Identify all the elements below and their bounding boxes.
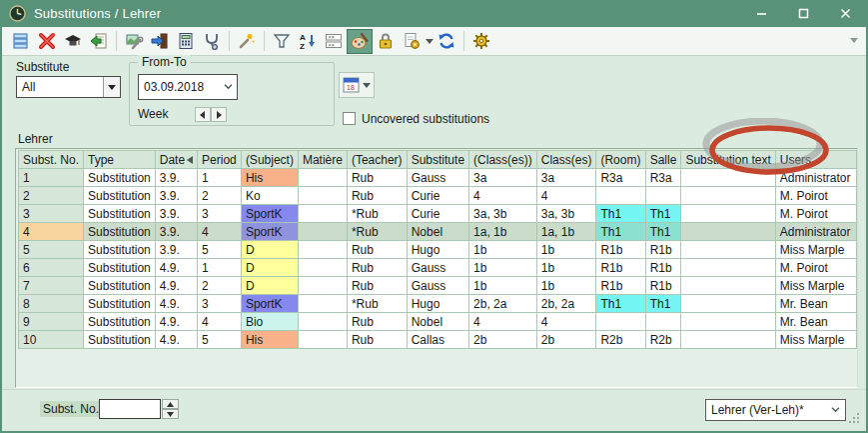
cell-cls2[interactable]: 1b — [536, 259, 596, 277]
cell-users[interactable]: Mr. Bean — [775, 295, 856, 313]
cell-cls1[interactable]: 2b, 2a — [469, 295, 537, 313]
cell-teacher[interactable]: *Rub — [347, 223, 407, 241]
cell-teacher[interactable]: Rub — [347, 331, 407, 349]
cell-cls2[interactable]: 4 — [536, 187, 596, 205]
cell-room2[interactable]: Th1 — [645, 223, 681, 241]
cell-users[interactable]: Administrator — [775, 223, 856, 241]
cell-room2[interactable] — [645, 187, 681, 205]
column-header[interactable]: Class(es) — [536, 151, 596, 169]
cell-room1[interactable] — [596, 187, 645, 205]
cell-teacher[interactable]: Rub — [347, 169, 407, 187]
cell-text[interactable] — [681, 277, 775, 295]
cell-text[interactable] — [681, 241, 775, 259]
column-header[interactable]: Users — [775, 151, 856, 169]
cell-no[interactable]: 5 — [19, 241, 84, 259]
cell-cls1[interactable]: 1b — [469, 241, 537, 259]
cell-matiere[interactable] — [298, 223, 347, 241]
cell-matiere[interactable] — [298, 241, 347, 259]
cell-cls2[interactable]: 3a — [536, 169, 596, 187]
column-header[interactable]: Subst. No. — [19, 151, 84, 169]
maximize-button[interactable] — [782, 0, 824, 27]
cell-date[interactable]: 3.9. — [155, 187, 197, 205]
colors-button[interactable] — [347, 29, 373, 54]
column-header[interactable]: Type — [84, 151, 156, 169]
cell-matiere[interactable] — [298, 169, 347, 187]
cell-room1[interactable]: R1b — [596, 241, 645, 259]
cell-substitute[interactable]: Nobel — [407, 223, 468, 241]
column-header[interactable]: Period — [198, 151, 242, 169]
cell-teacher[interactable]: Rub — [347, 259, 407, 277]
subst-no-input[interactable] — [99, 399, 161, 419]
column-header[interactable]: (Teacher) — [347, 151, 407, 169]
cell-date[interactable]: 3.9. — [155, 205, 197, 223]
cell-subject[interactable]: SportK — [241, 205, 298, 223]
column-header[interactable]: Substitution text — [681, 151, 775, 169]
cell-period[interactable]: 1 — [198, 259, 242, 277]
goto-window-button[interactable] — [147, 29, 173, 54]
cell-type[interactable]: Substitution — [84, 277, 156, 295]
cell-cls2[interactable]: 1b — [536, 277, 596, 295]
cell-subject[interactable]: D — [241, 259, 298, 277]
cell-text[interactable] — [681, 205, 775, 223]
week-back-button[interactable] — [195, 107, 211, 122]
cell-text[interactable] — [681, 187, 775, 205]
cell-period[interactable]: 5 — [198, 331, 242, 349]
cell-type[interactable]: Substitution — [84, 313, 156, 331]
view-selector-combobox[interactable]: Lehrer (Ver-Leh)* — [705, 399, 846, 421]
cell-substitute[interactable]: Hugo — [407, 295, 468, 313]
cell-cls2[interactable]: 2b, 2a — [536, 295, 596, 313]
cell-cls1[interactable]: 1a, 1b — [469, 223, 537, 241]
cell-cls2[interactable]: 4 — [536, 313, 596, 331]
uncovered-substitutions-checkbox[interactable] — [343, 112, 356, 125]
cell-users[interactable]: Miss Marple — [775, 241, 856, 259]
cell-no[interactable]: 3 — [19, 205, 84, 223]
cell-text[interactable] — [681, 295, 775, 313]
cell-no[interactable]: 2 — [19, 187, 84, 205]
column-header[interactable]: (Subject) — [241, 151, 298, 169]
cell-room1[interactable]: Th1 — [596, 205, 645, 223]
cell-matiere[interactable] — [298, 313, 347, 331]
cell-date[interactable]: 4.9. — [155, 277, 197, 295]
cell-no[interactable]: 6 — [19, 259, 84, 277]
cell-substitute[interactable]: Gauss — [407, 169, 468, 187]
cell-matiere[interactable] — [298, 205, 347, 223]
cell-teacher[interactable]: *Rub — [347, 205, 407, 223]
cell-substitute[interactable]: Nobel — [407, 313, 468, 331]
cell-users[interactable]: Administrator — [775, 169, 856, 187]
teacher-button[interactable] — [60, 29, 86, 54]
cell-type[interactable]: Substitution — [84, 187, 156, 205]
cell-matiere[interactable] — [298, 259, 347, 277]
cell-room1[interactable]: Th1 — [596, 295, 645, 313]
cell-room2[interactable]: R1b — [645, 277, 681, 295]
cell-substitute[interactable]: Gauss — [407, 259, 468, 277]
column-header[interactable]: Date — [155, 151, 197, 169]
cell-matiere[interactable] — [298, 295, 347, 313]
cell-no[interactable]: 9 — [19, 313, 84, 331]
stepper-up-button[interactable] — [162, 399, 179, 409]
cell-room2[interactable]: Th1 — [645, 205, 681, 223]
cell-substitute[interactable]: Curie — [407, 205, 468, 223]
cell-matiere[interactable] — [298, 187, 347, 205]
cell-substitute[interactable]: Gauss — [407, 277, 468, 295]
cell-cls1[interactable]: 4 — [469, 187, 537, 205]
cell-room2[interactable]: R1b — [645, 241, 681, 259]
cell-period[interactable]: 2 — [198, 187, 242, 205]
cell-date[interactable]: 4.9. — [155, 295, 197, 313]
cell-users[interactable]: Miss Marple — [775, 331, 856, 349]
cell-cls1[interactable]: 3a, 3b — [469, 205, 537, 223]
calculator-button[interactable] — [173, 29, 199, 54]
cell-subject[interactable]: Bio — [241, 313, 298, 331]
cell-text[interactable] — [681, 169, 775, 187]
column-header[interactable]: (Class(es)) — [469, 151, 537, 169]
cell-subject[interactable]: SportK — [241, 295, 298, 313]
cell-cls1[interactable]: 1b — [469, 277, 537, 295]
date-combobox[interactable]: 03.09.2018 — [138, 74, 238, 100]
cell-teacher[interactable]: Rub — [347, 313, 407, 331]
cell-period[interactable]: 5 — [198, 241, 242, 259]
view-selector-dropdown-button[interactable] — [825, 407, 845, 413]
toolbar-overflow-arrow[interactable] — [850, 38, 858, 43]
cell-subject[interactable]: His — [241, 331, 298, 349]
cell-period[interactable]: 3 — [198, 205, 242, 223]
column-header[interactable]: (Room) — [596, 151, 645, 169]
import-lessons-button[interactable] — [86, 29, 112, 54]
